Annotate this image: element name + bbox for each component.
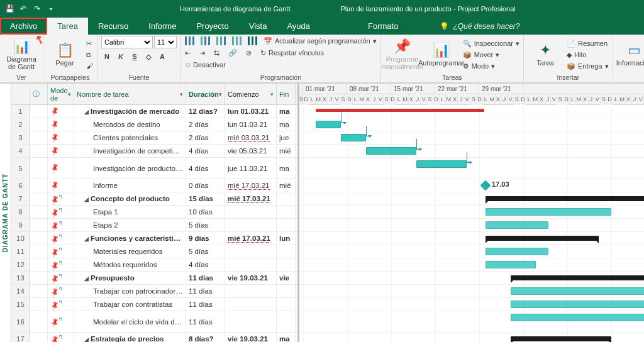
qat-dropdown-icon[interactable]: ▾	[45, 3, 57, 14]
table-row[interactable]: 12📌Métodos requeridos4 días	[11, 258, 297, 272]
task-name[interactable]: Clientes potenciales	[77, 134, 158, 141]
table-row[interactable]: 11📌Materiales requeridos5 días	[11, 245, 297, 258]
task-name[interactable]: Modelar el ciclo de vida del producto	[77, 318, 183, 326]
gantt-row[interactable]	[299, 272, 644, 285]
duration-cell[interactable]: 2 días	[186, 118, 225, 131]
start-cell[interactable]: mié 17.03.21	[225, 232, 277, 245]
duration-cell[interactable]: 4 días	[186, 145, 225, 157]
gantt-bar[interactable]	[486, 208, 611, 216]
font-size-select[interactable]: 11	[154, 36, 177, 48]
task-name[interactable]: Investigación de productos similares	[77, 165, 183, 172]
outline-toggle-icon[interactable]: ◢	[84, 275, 89, 282]
gantt-view-button[interactable]: 📊 Diagrama de Gantt	[4, 39, 39, 70]
insert-deliverable-button[interactable]: 📦 Entrega ▾	[567, 61, 609, 71]
duration-cell[interactable]: 5 días	[186, 219, 225, 231]
duration-cell[interactable]: 4 días	[186, 158, 225, 179]
gantt-row[interactable]	[299, 192, 644, 206]
tab-recurso[interactable]: Recurso	[88, 18, 138, 35]
mode-button[interactable]: ⚙ Modo ▾	[463, 61, 519, 71]
table-row[interactable]: 10📌◢Funciones y características9 díasmié…	[11, 232, 297, 245]
finish-cell[interactable]	[277, 258, 296, 271]
tab-ayuda[interactable]: Ayuda	[277, 18, 320, 35]
task-name[interactable]: Informe	[77, 182, 118, 189]
indent-button[interactable]: ⇥	[199, 48, 205, 58]
gantt-row[interactable]	[299, 245, 644, 258]
gantt-row[interactable]	[299, 206, 644, 219]
tell-me-search[interactable]: 💡 ¿Qué desea hacer?	[433, 18, 526, 35]
table-row[interactable]: 1📌◢Investigación de mercado12 días?lun 0…	[11, 105, 297, 118]
task-name[interactable]: Mercados de destino	[77, 121, 160, 128]
task-name[interactable]: Investigación de competidores	[77, 147, 183, 155]
task-name[interactable]: Etapa 1	[77, 208, 118, 216]
finish-cell[interactable]	[277, 298, 296, 311]
fill-color-button[interactable]: ◇	[143, 51, 154, 62]
gantt-bar[interactable]	[316, 109, 484, 112]
tab-proyecto[interactable]: Proyecto	[186, 18, 238, 35]
progress-0-icon[interactable]	[185, 36, 194, 45]
gantt-bar[interactable]	[511, 287, 644, 295]
unlink-button[interactable]: ⊘	[246, 48, 252, 58]
gantt-row[interactable]	[299, 219, 644, 232]
progress-75-icon[interactable]	[232, 36, 242, 45]
start-cell[interactable]	[225, 311, 277, 332]
gantt-row[interactable]	[299, 232, 644, 245]
copy-button[interactable]: ⧉	[86, 50, 93, 60]
underline-button[interactable]: S	[129, 51, 140, 62]
format-painter-button[interactable]: 🖌	[86, 61, 93, 71]
duration-cell[interactable]: 11 días	[186, 272, 225, 284]
gantt-bar[interactable]	[511, 301, 644, 308]
duration-cell[interactable]: 11 días	[186, 298, 225, 311]
gantt-bar[interactable]	[341, 134, 366, 141]
insert-milestone-button[interactable]: ◆ Hito	[567, 50, 609, 60]
start-cell[interactable]	[225, 219, 277, 231]
undo-icon[interactable]: ↶	[18, 3, 29, 14]
outdent-button[interactable]: ⇤	[185, 48, 191, 58]
duration-cell[interactable]: 11 días	[186, 285, 225, 297]
task-name[interactable]: ◢Estrategia de precios	[77, 335, 164, 342]
information-button[interactable]: ▭ Información	[617, 43, 644, 67]
gantt-bar[interactable]	[416, 160, 467, 168]
finish-cell[interactable]: mié	[277, 145, 296, 157]
paste-button[interactable]: 📋 Pegar	[47, 43, 82, 67]
tab-vista[interactable]: Vista	[239, 18, 277, 35]
outline-toggle-icon[interactable]: ◢	[84, 196, 89, 202]
table-row[interactable]: 4📌Investigación de competidores4 díasvie…	[11, 145, 297, 158]
finish-cell[interactable]	[277, 245, 296, 258]
duration-cell[interactable]: 11 días	[186, 311, 225, 332]
start-cell[interactable]: mié 17.03.21	[225, 192, 277, 205]
col-duration[interactable]: Duración▾	[186, 84, 225, 104]
finish-cell[interactable]: jue	[277, 131, 296, 144]
duration-cell[interactable]: 5 días	[186, 245, 225, 258]
table-row[interactable]: 3📌Clientes potenciales2 díasmié 03.03.21…	[11, 131, 297, 145]
gantt-row[interactable]	[299, 145, 644, 158]
task-name[interactable]: ◢Funciones y características	[77, 234, 183, 242]
duration-cell[interactable]: 8 días?	[186, 333, 225, 342]
table-row[interactable]: 7📌◢Concepto del producto15 díasmié 17.03…	[11, 192, 297, 206]
font-family-select[interactable]: Calibri	[101, 36, 153, 48]
gantt-row[interactable]	[299, 118, 644, 131]
outline-toggle-icon[interactable]: ◢	[84, 109, 89, 115]
duration-cell[interactable]: 15 días	[186, 192, 225, 205]
gantt-row[interactable]	[299, 333, 644, 342]
task-name[interactable]: Trabajar con contratistas	[77, 301, 172, 308]
duration-cell[interactable]: 2 días	[186, 131, 225, 144]
gantt-bar[interactable]	[486, 196, 644, 201]
table-row[interactable]: 2📌Mercados de destino2 díaslun 01.03.21m…	[11, 118, 297, 131]
tab-file[interactable]: Archivo	[0, 18, 47, 35]
auto-schedule-button[interactable]: 📊 Autoprogramar	[424, 43, 459, 67]
table-row[interactable]: 16📌Modelar el ciclo de vida del producto…	[11, 311, 297, 333]
col-name[interactable]: Nombre de tarea▾	[74, 84, 186, 104]
duration-cell[interactable]: 0 días	[186, 179, 225, 192]
gantt-bar[interactable]	[486, 261, 536, 268]
task-name[interactable]: ◢Presupuesto	[77, 274, 135, 282]
col-info[interactable]: ⓘ	[30, 84, 48, 104]
gantt-bar[interactable]	[316, 121, 341, 128]
outline-toggle-icon[interactable]: ◢	[84, 336, 89, 342]
start-cell[interactable]: vie 19.03.21	[225, 272, 277, 284]
finish-cell[interactable]: lun	[277, 232, 296, 245]
start-cell[interactable]	[225, 285, 277, 297]
start-cell[interactable]	[225, 206, 277, 218]
table-row[interactable]: 9📌Etapa 25 días	[11, 219, 297, 232]
split-button[interactable]: ⇆	[214, 48, 219, 58]
tab-tarea[interactable]: Tarea	[47, 18, 88, 35]
